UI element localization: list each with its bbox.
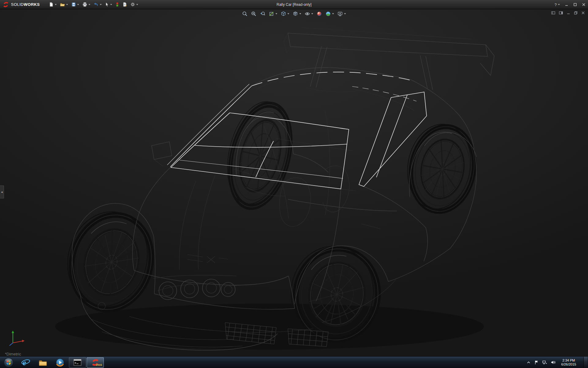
undo-caret-icon	[100, 4, 102, 5]
maximize-button[interactable]	[573, 3, 577, 6]
view-settings-icon	[337, 11, 343, 17]
taskbar-item-solidworks-2015[interactable]: 2015	[87, 357, 104, 368]
command-prompt-icon	[73, 359, 82, 366]
select-caret-icon	[110, 4, 112, 5]
brand-text: SOLIDWORKS	[11, 2, 40, 7]
view-settings-button[interactable]	[337, 10, 347, 17]
new-document-button[interactable]	[48, 1, 58, 8]
doc-close-button[interactable]	[581, 11, 585, 15]
window-title: Rally Car [Read-only]	[277, 0, 311, 9]
zoom-to-area-icon	[251, 11, 257, 17]
graphics-area[interactable]	[0, 9, 588, 356]
wireframe-car	[0, 9, 588, 356]
featuremanager-pane-button[interactable]	[551, 11, 555, 15]
section-view-caret-icon	[276, 13, 277, 14]
edit-appearance-button[interactable]	[316, 10, 323, 17]
hide-show-items-button[interactable]	[304, 10, 314, 17]
open-button[interactable]	[59, 1, 69, 8]
zoom-to-fit-icon	[242, 11, 248, 17]
solidworks-logo: SOLIDWORKS	[0, 1, 43, 8]
featuremanager-collapse-tab[interactable]: ◂	[0, 186, 4, 198]
solidworks-logo-icon	[2, 1, 9, 8]
media-player-icon	[55, 358, 65, 367]
open-folder-icon	[60, 2, 65, 7]
undo-button[interactable]	[92, 1, 103, 8]
rebuild-button[interactable]	[114, 1, 120, 8]
print-button[interactable]	[81, 1, 92, 8]
view-orientation-cube-icon	[281, 11, 286, 17]
options-gear-icon	[130, 2, 135, 7]
doc-minimize-icon	[567, 11, 570, 15]
doc-close-icon	[581, 11, 585, 15]
action-center-flag-icon	[534, 360, 539, 365]
doc-restore-icon	[574, 11, 578, 15]
zoom-to-area-button[interactable]	[251, 10, 257, 17]
main-toolbar	[48, 1, 139, 8]
titlebar: SOLIDWORKS	[0, 0, 588, 9]
apply-scene-caret-icon	[332, 13, 334, 14]
save-floppy-icon	[71, 2, 76, 7]
display-style-button[interactable]	[292, 10, 302, 17]
help-button[interactable]: ?	[555, 2, 560, 7]
close-button[interactable]	[582, 3, 586, 6]
save-caret-icon	[77, 4, 79, 5]
taskbar-item-media-player[interactable]	[51, 357, 69, 368]
view-settings-caret-icon	[344, 13, 346, 14]
section-view-button[interactable]	[268, 10, 278, 17]
clock-date: 6/26/2015	[560, 362, 577, 366]
print-icon	[82, 2, 87, 7]
taskbar-clock[interactable]: 2:34 PM 6/26/2015	[559, 358, 579, 366]
doc-minimize-button[interactable]	[567, 11, 570, 15]
open-caret-icon	[66, 4, 68, 5]
edit-appearance-ball-icon	[317, 11, 322, 17]
select-cursor-icon	[105, 2, 109, 7]
file-properties-icon	[123, 2, 127, 7]
doc-restore-button[interactable]	[574, 11, 578, 15]
save-button[interactable]	[70, 1, 80, 8]
show-desktop-button[interactable]	[583, 357, 587, 368]
reference-triad[interactable]	[7, 328, 28, 348]
apply-scene-button[interactable]	[325, 10, 335, 17]
minimize-button[interactable]	[565, 3, 568, 6]
view-orientation-caret-icon	[288, 13, 289, 14]
previous-view-button[interactable]	[259, 10, 266, 17]
folder-icon	[38, 358, 47, 367]
viewport: ◂	[0, 9, 588, 356]
window-controls: ?	[555, 0, 586, 9]
zoom-to-fit-button[interactable]	[242, 10, 248, 17]
print-caret-icon	[89, 4, 90, 5]
action-center-button[interactable]	[534, 360, 539, 365]
taskbar-item-command-prompt[interactable]	[69, 357, 86, 368]
volume-button[interactable]	[551, 360, 556, 365]
display-style-caret-icon	[300, 13, 301, 14]
taskbar-item-windows-explorer[interactable]	[34, 357, 51, 368]
hidden-icons-button[interactable]	[526, 360, 531, 365]
help-caret-icon	[558, 4, 560, 5]
internet-explorer-icon: e	[21, 358, 30, 367]
display-style-icon	[293, 11, 298, 17]
taskbar-item-internet-explorer[interactable]: e	[17, 357, 34, 368]
file-properties-button[interactable]	[121, 1, 128, 8]
heads-up-view-toolbar	[242, 10, 347, 17]
display-pane-button[interactable]	[559, 11, 563, 15]
clock-time: 2:34 PM	[560, 358, 577, 362]
undo-icon	[94, 2, 99, 7]
maximize-icon	[573, 3, 577, 6]
options-button[interactable]	[129, 1, 139, 8]
windows-start-orb-icon	[3, 357, 14, 368]
section-view-icon	[269, 11, 274, 17]
select-button[interactable]	[104, 1, 113, 8]
view-orientation-label: *Dimetric	[5, 352, 21, 356]
network-button[interactable]	[542, 360, 547, 365]
solidworks-version-badge: 2015	[96, 363, 102, 366]
svg-text:e: e	[23, 358, 26, 367]
new-document-icon	[49, 2, 54, 7]
hide-show-eye-icon	[305, 11, 310, 17]
volume-speaker-icon	[551, 360, 556, 365]
hidden-icons-chevron-icon	[526, 360, 531, 365]
help-label: ?	[555, 2, 557, 7]
new-document-caret-icon	[55, 4, 57, 5]
system-tray: 2:34 PM 6/26/2015	[526, 357, 588, 368]
view-orientation-button[interactable]	[280, 10, 290, 17]
start-button[interactable]	[0, 357, 17, 368]
